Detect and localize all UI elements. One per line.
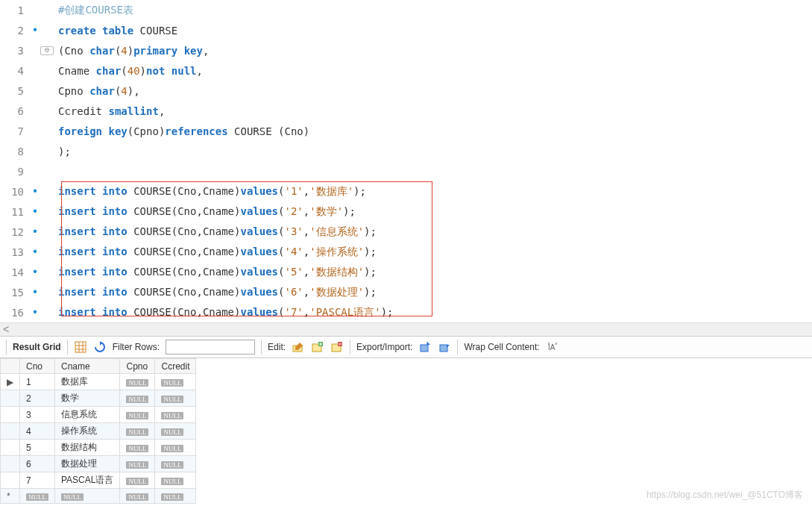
cell[interactable]: 操作系统 [55,423,120,440]
wrap-cell-icon[interactable]: IA [546,340,559,354]
null-badge: NULL [26,493,48,501]
import-icon[interactable] [438,340,451,354]
row-marker: * [1,489,20,504]
null-badge: NULL [61,493,84,501]
null-badge: NULL [126,493,148,501]
code-line[interactable]: 4Cname char(40)not null, [0,60,812,81]
code-line[interactable]: 9 [0,161,812,181]
highlight-box [61,181,432,316]
null-badge: NULL [126,478,148,485]
sql-editor[interactable]: 1#创建COURSE表2•create table COURSE3⊖(Cno c… [0,0,812,322]
cell[interactable]: NULL [55,489,120,504]
column-header[interactable]: Cpno [120,359,155,374]
code-line[interactable]: 2•create table COURSE [0,20,812,40]
table-row[interactable]: 2数学NULLNULL [1,390,196,407]
line-number: 1 [0,4,30,16]
cell[interactable]: 数据结构 [55,440,120,456]
cell[interactable]: 2 [20,390,55,407]
cell[interactable]: NULL [120,390,155,407]
filter-rows-label: Filter Rows: [113,342,160,352]
cell[interactable]: NULL [120,489,155,504]
cell[interactable]: NULL [155,440,196,456]
code-text[interactable] [58,166,64,178]
cell[interactable]: NULL [155,374,196,390]
cell[interactable]: NULL [120,423,155,440]
cell[interactable]: NULL [155,407,196,423]
edit-row-icon[interactable] [292,340,305,354]
line-number: 4 [0,65,30,77]
delete-row-icon[interactable] [330,340,344,354]
null-badge: NULL [161,412,183,419]
null-badge: NULL [161,379,183,387]
code-text[interactable]: ); [58,146,71,157]
line-number: 13 [0,246,30,258]
code-line[interactable]: 1#创建COURSE表 [0,0,812,20]
cell[interactable]: NULL [155,456,196,472]
cell[interactable]: NULL [155,489,196,504]
code-line[interactable]: 6Ccredit smallint, [0,101,812,121]
cell[interactable]: 1 [20,374,55,390]
row-marker [1,407,20,423]
svg-marker-18 [447,345,450,348]
code-line[interactable]: 8); [0,141,812,161]
export-icon[interactable] [418,340,432,354]
fold-icon[interactable]: ⊖ [40,46,54,55]
cell[interactable]: NULL [120,374,155,390]
code-text[interactable]: Cpno char(4), [58,85,140,97]
code-line[interactable]: 7foreign key(Cpno)references COURSE (Cno… [0,121,812,141]
cell[interactable]: NULL [155,390,196,407]
column-header[interactable]: Cno [20,359,55,374]
watermark: https://blog.csdn.net/wei_@51CTO博客 [646,489,803,502]
cell[interactable]: 6 [20,456,55,472]
code-line[interactable]: 3⊖(Cno char(4)primary key, [0,40,812,60]
row-marker: ▶ [1,374,20,390]
cell[interactable]: 数据库 [55,374,120,390]
edit-label: Edit: [268,342,286,352]
result-grid[interactable]: CnoCnameCpnoCcredit▶1数据库NULLNULL2数学NULLN… [0,358,812,504]
cell[interactable]: NULL [155,423,196,440]
cell[interactable]: PASCAL语言 [55,472,120,489]
cell[interactable]: NULL [120,407,155,423]
column-header[interactable]: Ccredit [155,359,196,374]
null-badge: NULL [126,461,148,469]
table-row[interactable]: 4操作系统NULLNULL [1,423,196,440]
cell[interactable]: 4 [20,423,55,440]
svg-rect-17 [440,345,447,352]
table-row[interactable]: ▶1数据库NULLNULL [1,374,196,390]
cell[interactable]: 7 [20,472,55,489]
horizontal-scrollbar[interactable]: < [0,322,812,336]
code-text[interactable]: Ccredit smallint, [58,105,165,117]
line-number: 9 [0,166,30,178]
refresh-icon[interactable] [93,340,107,354]
line-number: 15 [0,287,30,299]
table-row[interactable]: 3信息系统NULLNULL [1,407,196,423]
cell[interactable]: 信息系统 [55,407,120,423]
cell[interactable]: 数学 [55,390,120,407]
cell[interactable]: NULL [20,489,55,504]
wrap-cell-label: Wrap Cell Content: [464,342,539,352]
code-text[interactable]: foreign key(Cpno)references COURSE (Cno) [58,125,309,137]
code-text[interactable]: Cname char(40)not null, [58,65,203,77]
code-text[interactable]: (Cno char(4)primary key, [58,45,209,57]
column-header[interactable]: Cname [55,359,120,374]
cell[interactable]: 5 [20,440,55,456]
row-marker-header [1,359,20,374]
grid-view-icon[interactable] [74,340,87,354]
cell[interactable]: 数据处理 [55,456,120,472]
code-line[interactable]: 5Cpno char(4), [0,81,812,101]
scroll-left-icon[interactable]: < [3,324,9,336]
cell[interactable]: NULL [155,472,196,489]
table-row[interactable]: 5数据结构NULLNULL [1,440,196,456]
code-text[interactable]: create table COURSE [58,25,177,37]
cell[interactable]: NULL [120,440,155,456]
line-number: 16 [0,307,30,319]
cell[interactable]: NULL [120,456,155,472]
filter-rows-input[interactable] [166,340,255,355]
cell[interactable]: 3 [20,407,55,423]
code-text[interactable]: #创建COURSE表 [58,4,133,17]
table-row[interactable]: 6数据处理NULLNULL [1,456,196,472]
add-row-icon[interactable] [311,340,324,354]
table-row[interactable]: 7PASCAL语言NULLNULL [1,472,196,489]
cell[interactable]: NULL [120,472,155,489]
table-row[interactable]: *NULLNULLNULLNULL [1,489,196,504]
